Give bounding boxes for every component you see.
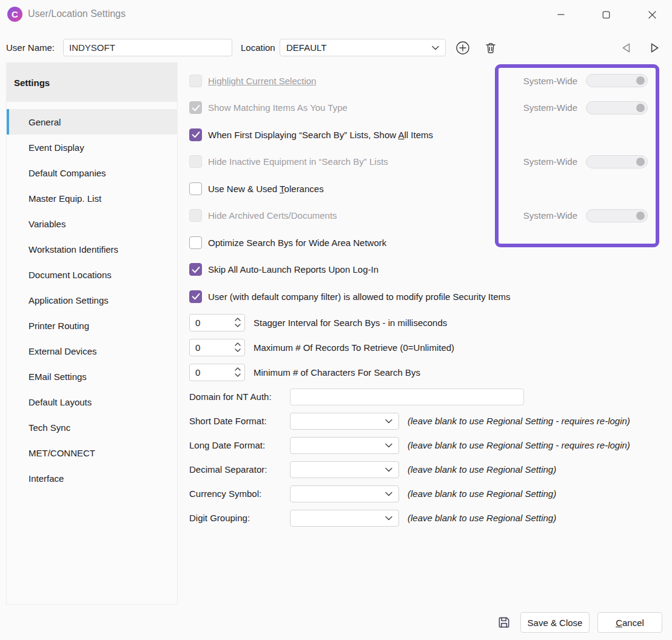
sidebar-item-variables[interactable]: Variables <box>7 211 177 236</box>
decimal-separator-label: Decimal Separator: <box>189 464 290 475</box>
sidebar-item-master-equip-list[interactable]: Master Equip. List <box>7 185 177 211</box>
digit-grouping-select[interactable] <box>290 510 399 527</box>
system-wide-toggle-hide-inactive-equipment[interactable] <box>586 155 648 168</box>
digit-grouping-row: Digit Grouping: (leave blank to use Regi… <box>189 506 666 530</box>
checkbox-label: Optimize Search Bys for Wide Area Networ… <box>208 238 386 248</box>
checkbox-hide-inactive-equipment <box>189 155 202 168</box>
checkbox-hide-archived-certs <box>189 209 202 222</box>
domain-nt-auth-label: Domain for NT Auth: <box>189 392 290 402</box>
window-title: User/Location Settings <box>28 8 126 19</box>
sidebar-item-email-settings[interactable]: EMail Settings <box>7 364 177 389</box>
checkbox-label: Skip All Auto-Launch Reports Upon Log-In <box>208 264 378 275</box>
spinner-label: Stagger Interval for Search Bys - in mil… <box>254 318 447 328</box>
system-wide-toggle-highlight-current-selection[interactable] <box>586 74 648 87</box>
system-wide-label: System-Wide <box>523 76 577 86</box>
sidebar-item-interface[interactable]: Interface <box>7 465 177 491</box>
setting-row-skip-auto-launch-reports: Skip All Auto-Launch Reports Upon Log-In <box>189 256 666 284</box>
checkbox-label: When First Displaying “Search By” Lists,… <box>208 130 433 140</box>
chevron-down-icon <box>385 492 392 496</box>
toggle-knob <box>636 158 645 166</box>
minimize-icon[interactable] <box>552 6 570 23</box>
checkbox-show-all-items[interactable] <box>189 128 202 141</box>
setting-row-modify-profile-security: User (with default company filter) is al… <box>189 283 666 310</box>
sidebar-item-event-display[interactable]: Event Display <box>7 135 177 160</box>
setting-row-show-matching-items: Show Matching Items As You Type System-W… <box>189 95 666 122</box>
stepper-icon[interactable] <box>235 342 241 353</box>
system-wide-toggle-show-matching-items[interactable] <box>586 101 648 115</box>
setting-row-show-all-items: When First Displaying “Search By” Lists,… <box>189 121 666 148</box>
settings-content: Highlight Current Selection System-Wide … <box>189 62 666 530</box>
system-wide-label: System-Wide <box>523 156 577 167</box>
maximize-icon[interactable] <box>597 6 615 23</box>
checkbox-label: Hide Inactive Equipment in “Search By” L… <box>208 156 388 167</box>
chevron-down-icon <box>385 516 392 521</box>
spinner-value: 0 <box>195 367 235 378</box>
checkbox-label: Hide Archived Certs/Documents <box>208 210 337 221</box>
checkbox-skip-auto-launch-reports[interactable] <box>189 263 202 276</box>
currency-symbol-label: Currency Symbol: <box>189 488 290 499</box>
chevron-down-icon <box>385 419 392 424</box>
stepper-icon[interactable] <box>235 367 241 378</box>
next-record-button[interactable] <box>646 39 663 56</box>
system-wide-toggle-hide-archived-certs[interactable] <box>586 209 648 222</box>
decimal-separator-row: Decimal Separator: (leave blank to use R… <box>189 458 666 482</box>
regional-setting-note: (leave blank to use Regional Setting) <box>408 513 556 523</box>
cancel-button[interactable]: Cancel <box>597 612 662 633</box>
sidebar-list: General Event Display Default Companies … <box>7 109 177 491</box>
domain-nt-auth-input[interactable] <box>290 388 524 405</box>
sidebar-item-external-devices[interactable]: External Devices <box>7 338 177 364</box>
checkbox-label: User (with default company filter) is al… <box>208 292 511 302</box>
stagger-interval-row: 0 Stagger Interval for Search Bys - in m… <box>189 310 666 335</box>
sidebar-item-tech-sync[interactable]: Tech Sync <box>7 415 177 440</box>
stepper-icon[interactable] <box>235 317 241 328</box>
add-location-button[interactable] <box>454 39 471 56</box>
domain-nt-auth-row: Domain for NT Auth: <box>189 385 666 409</box>
sidebar-item-default-companies[interactable]: Default Companies <box>7 160 177 185</box>
decimal-separator-select[interactable] <box>290 461 399 478</box>
sidebar-item-application-settings[interactable]: Application Settings <box>7 287 177 313</box>
setting-row-hide-archived-certs: Hide Archived Certs/Documents System-Wid… <box>189 202 666 230</box>
sidebar-item-default-layouts[interactable]: Default Layouts <box>7 389 177 415</box>
system-wide-label: System-Wide <box>523 210 577 221</box>
delete-location-button[interactable] <box>482 39 499 56</box>
checkbox-modify-profile-security[interactable] <box>189 290 202 303</box>
long-date-format-label: Long Date Format: <box>189 440 290 450</box>
sidebar-item-workstation-identifiers[interactable]: Workstation Identifiers <box>7 236 177 262</box>
sidebar-item-printer-routing[interactable]: Printer Routing <box>7 313 177 338</box>
setting-row-highlight-current-selection: Highlight Current Selection System-Wide <box>189 67 666 95</box>
max-records-spinner[interactable]: 0 <box>189 339 245 356</box>
checkbox-optimize-search-bys[interactable] <box>189 236 202 249</box>
short-date-format-row: Short Date Format: (leave blank to use R… <box>189 409 666 433</box>
close-icon[interactable] <box>643 6 661 23</box>
chevron-down-icon <box>385 467 392 472</box>
save-and-close-button[interactable]: Save & Close <box>520 612 590 633</box>
user-name-input[interactable] <box>63 39 232 56</box>
setting-row-optimize-search-bys: Optimize Search Bys for Wide Area Networ… <box>189 229 666 256</box>
sidebar-item-document-locations[interactable]: Document Locations <box>7 262 177 287</box>
user-location-settings-window: C User/Location Settings User Name: Loca… <box>0 0 672 640</box>
spinner-value: 0 <box>195 318 235 328</box>
checkbox-use-new-used-tolerances[interactable] <box>189 182 202 195</box>
spinner-value: 0 <box>195 342 235 353</box>
setting-row-hide-inactive-equipment: Hide Inactive Equipment in “Search By” L… <box>189 148 666 176</box>
sidebar-item-general[interactable]: General <box>7 109 177 135</box>
system-wide-label: System-Wide <box>523 102 577 113</box>
setting-row-use-new-used-tolerances: Use New & Used Tolerances <box>189 175 666 202</box>
max-records-row: 0 Maximum # Of Records To Retrieve (0=Un… <box>189 335 666 360</box>
long-date-format-select[interactable] <box>290 437 399 454</box>
toggle-knob <box>636 212 645 220</box>
short-date-format-select[interactable] <box>290 413 399 430</box>
sidebar-item-met-connect[interactable]: MET/CONNECT <box>7 440 177 465</box>
save-icon-button[interactable] <box>496 615 512 630</box>
checkbox-show-matching-items <box>189 101 202 114</box>
stagger-interval-spinner[interactable]: 0 <box>189 314 245 332</box>
currency-symbol-select[interactable] <box>290 485 399 502</box>
location-select[interactable]: DEFAULT <box>280 39 446 56</box>
short-date-format-label: Short Date Format: <box>189 416 290 426</box>
min-characters-spinner[interactable]: 0 <box>189 364 245 381</box>
previous-record-button[interactable] <box>618 39 635 56</box>
sidebar-header: Settings <box>7 63 177 102</box>
long-date-format-row: Long Date Format: (leave blank to use Re… <box>189 433 666 458</box>
regional-setting-note: (leave blank to use Regional Setting) <box>408 464 556 475</box>
checkbox-label: Use New & Used Tolerances <box>208 184 324 194</box>
